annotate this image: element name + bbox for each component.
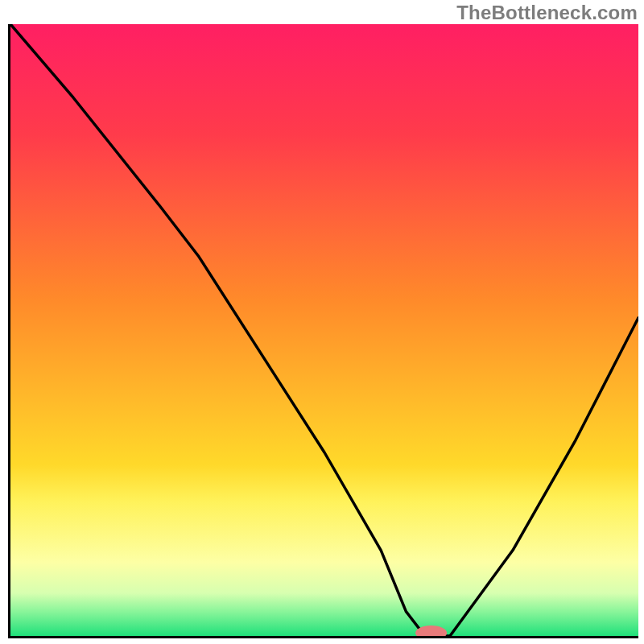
chart-frame: TheBottleneck.com: [0, 0, 644, 644]
watermark-text: TheBottleneck.com: [456, 2, 638, 24]
curve-layer: [10, 24, 638, 636]
plot-area: [8, 24, 638, 638]
optimal-marker: [415, 625, 447, 636]
bottleneck-curve: [10, 24, 638, 636]
